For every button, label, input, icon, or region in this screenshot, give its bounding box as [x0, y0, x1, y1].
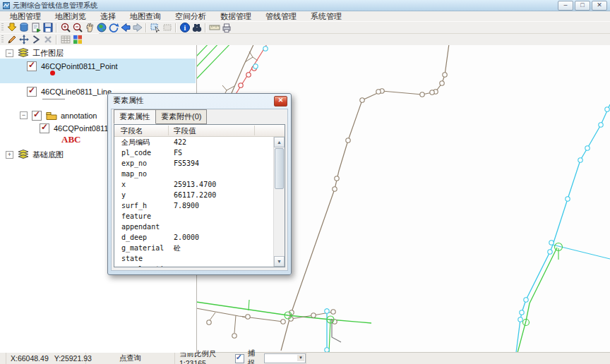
back-icon[interactable]: [119, 23, 131, 33]
pipeline-node: [599, 123, 603, 127]
tree-node-work-layers[interactable]: − 工作图层: [6, 48, 64, 59]
select-features-icon[interactable]: [149, 23, 161, 33]
chevron-down-icon[interactable]: ▼: [297, 355, 304, 361]
clear-selection-icon[interactable]: [161, 23, 173, 33]
field-name: appendant: [121, 222, 160, 232]
column-field-value[interactable]: 字段值: [174, 126, 196, 136]
field-value: 66117.2200: [174, 190, 216, 200]
attribute-row[interactable]: exp_noFS5394: [114, 158, 273, 169]
export-page-icon[interactable]: [30, 23, 42, 33]
menu-item-3[interactable]: 地图查询: [123, 11, 168, 21]
list-header: 字段名 字段值: [114, 125, 285, 137]
forward-icon[interactable]: [131, 23, 143, 33]
scroll-down-icon[interactable]: ▼: [274, 256, 285, 267]
tab-feature-attachments[interactable]: 要素附件(0): [155, 109, 207, 124]
save-icon[interactable]: [42, 23, 54, 33]
close-button[interactable]: ✕: [592, 1, 607, 11]
attribute-row[interactable]: x25913.4700: [114, 179, 273, 190]
attribute-row[interactable]: map_no: [114, 169, 273, 179]
menu-item-6[interactable]: 管线管理: [258, 11, 304, 21]
snap-label[interactable]: 捕捉: [248, 348, 260, 364]
move-feature-icon[interactable]: [18, 35, 30, 45]
tab-feature-attributes[interactable]: 要素属性: [114, 109, 156, 124]
toolbar-grip[interactable]: [1, 23, 4, 32]
coordinates-panel: X:66048.49 Y:25921.93: [6, 353, 86, 364]
layer-group-label[interactable]: 基础底图: [32, 150, 64, 160]
layer-checkbox[interactable]: ✓: [32, 111, 42, 121]
zoom-out-icon[interactable]: [71, 23, 83, 33]
layer-label[interactable]: annotation: [61, 111, 97, 120]
edit-sketch-icon[interactable]: [6, 35, 18, 45]
layer-checkbox[interactable]: ✓: [40, 123, 49, 133]
toolbar-separator: [205, 23, 206, 32]
snap-layer-combobox[interactable]: ▼: [264, 353, 306, 363]
attribute-row[interactable]: 全局编码422: [114, 137, 273, 147]
layer-group-label[interactable]: 工作图层: [32, 48, 64, 59]
attribute-row[interactable]: pl_codeFS: [114, 147, 273, 158]
attribute-row[interactable]: ecc_location: [114, 264, 273, 267]
snap-checkbox[interactable]: ✓: [235, 354, 244, 363]
maximize-button[interactable]: □: [575, 1, 590, 11]
delete-feature-icon[interactable]: [42, 35, 54, 45]
label-symbol-swatch: ABC: [61, 134, 80, 145]
menu-item-1[interactable]: 地图浏览: [48, 11, 93, 21]
dialog-scrollbar[interactable]: ▲ ▼: [273, 137, 285, 267]
toolbar-grip[interactable]: [1, 35, 4, 44]
attribute-row[interactable]: state: [114, 253, 273, 264]
pipeline-node: [548, 250, 552, 254]
import-data-icon[interactable]: [6, 23, 18, 33]
tree-node-point-layer[interactable]: ✓ 46CQPoint0811_Point: [27, 61, 118, 71]
print-icon[interactable]: [220, 23, 232, 33]
attribute-list: 字段名 字段值 全局编码422pl_codeFSexp_noFS5394map_…: [114, 124, 285, 267]
full-extent-icon[interactable]: [95, 23, 107, 33]
menu-item-0[interactable]: 地图管理: [3, 11, 48, 21]
pipeline-node: [443, 73, 447, 77]
find-icon[interactable]: [191, 23, 203, 33]
tree-node-basemap[interactable]: + 基础底图: [6, 150, 64, 160]
attribute-row[interactable]: surf_h7.8900: [114, 200, 273, 211]
database-icon[interactable]: [18, 23, 30, 33]
dialog-close-button[interactable]: ✕: [274, 96, 287, 107]
minimize-button[interactable]: –: [558, 1, 573, 11]
application-window: 元测综合管线信息管理系统 – □ ✕ 地图管理地图浏览选择地图查询空间分析数据管…: [0, 0, 610, 364]
zoom-in-icon[interactable]: [59, 23, 71, 33]
dialog-body: 要素属性 要素附件(0) 字段名 字段值 全局编码422pl_codeFSexp…: [111, 109, 288, 271]
toolbar-separator: [56, 35, 57, 44]
svg-text:i: i: [184, 24, 186, 32]
column-field-name[interactable]: 字段名: [121, 126, 143, 136]
column-divider[interactable]: [168, 126, 169, 135]
attribute-row[interactable]: feature: [114, 211, 273, 222]
layer-label[interactable]: 46CQLine0811_Line: [41, 87, 112, 96]
column-divider[interactable]: [254, 126, 255, 135]
scrollbar-thumb[interactable]: [275, 148, 284, 189]
menu-item-7[interactable]: 系统管理: [304, 11, 349, 21]
measure-icon[interactable]: [208, 23, 220, 33]
attribute-row[interactable]: y66117.2200: [114, 190, 273, 200]
identify-icon[interactable]: i: [179, 23, 191, 33]
tree-node-annotation[interactable]: − ✓ annotation: [20, 110, 97, 121]
scroll-up-icon[interactable]: ▲: [274, 137, 285, 147]
layer-checkbox[interactable]: ✓: [27, 87, 37, 97]
menu-item-2[interactable]: 选择: [93, 11, 123, 21]
check-icon: ✓: [33, 109, 40, 119]
layer-label[interactable]: 46CQPoint0811_Point: [41, 62, 118, 71]
refresh-icon[interactable]: [107, 23, 119, 33]
menu-item-4[interactable]: 空间分析: [168, 11, 213, 21]
collapse-icon[interactable]: −: [20, 111, 28, 119]
attribute-row[interactable]: d_deep2.0000: [114, 232, 273, 243]
vertex-edit-icon[interactable]: [30, 35, 42, 45]
pipeline-segment: [249, 300, 249, 310]
symbology-icon[interactable]: [71, 35, 83, 45]
pipeline-node: [232, 334, 237, 338]
attribute-row[interactable]: g_material砼: [114, 243, 273, 253]
tree-node-line-layer[interactable]: ✓ 46CQLine0811_Line: [27, 86, 112, 97]
pan-icon[interactable]: [83, 23, 95, 33]
field-value: FS5394: [174, 158, 199, 169]
layer-checkbox[interactable]: ✓: [27, 61, 37, 71]
expand-icon[interactable]: +: [6, 151, 13, 159]
pipeline-segment: [196, 45, 223, 67]
collapse-icon[interactable]: −: [6, 49, 13, 57]
attribute-table-icon[interactable]: [59, 35, 71, 45]
attribute-row[interactable]: appendant: [114, 222, 273, 232]
menu-item-5[interactable]: 数据管理: [213, 11, 258, 21]
